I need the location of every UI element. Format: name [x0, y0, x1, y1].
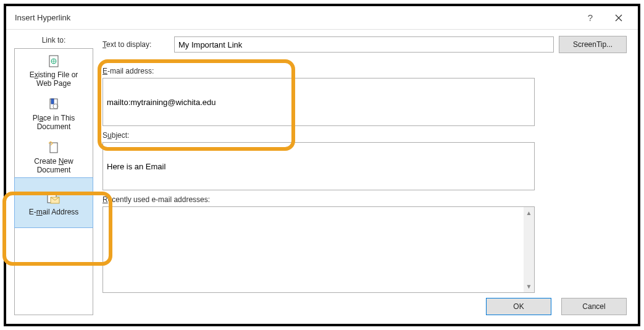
linkto-item-label: Existing File orWeb Page — [30, 70, 78, 88]
recent-label: Recently used e-mail addresses: — [102, 195, 627, 204]
linkto-email-address[interactable]: E-mail Address — [14, 177, 93, 228]
linkto-item-label: Create NewDocument — [34, 157, 73, 175]
globe-page-icon — [44, 54, 64, 69]
dialog-insert-hyperlink: Insert Hyperlink ? Link to: Existing Fil… — [4, 4, 640, 326]
dialog-footer: OK Cancel — [102, 293, 627, 315]
help-icon: ? — [588, 12, 593, 23]
linkto-item-label: Place in ThisDocument — [33, 114, 75, 132]
scroll-down-icon: ▼ — [526, 283, 532, 290]
linkto-place-in-doc[interactable]: Place in ThisDocument — [15, 92, 93, 135]
cancel-button[interactable]: Cancel — [561, 298, 627, 315]
scrollbar[interactable]: ▲ ▼ — [524, 207, 534, 292]
link-to-label: Link to: — [42, 36, 66, 44]
linkto-existing-file[interactable]: Existing File orWeb Page — [15, 49, 93, 92]
svg-rect-5 — [51, 99, 54, 104]
subject-label: Subject: — [102, 131, 627, 140]
email-icon — [44, 191, 64, 206]
titlebar: Insert Hyperlink ? — [6, 6, 638, 30]
linkto-item-label: E-mail Address — [29, 208, 79, 216]
text-to-display-input[interactable] — [174, 36, 554, 53]
text-to-display-label: Text to display: — [102, 40, 169, 49]
email-address-label: E-mail address: — [102, 67, 627, 75]
close-icon — [615, 14, 622, 22]
screentip-button[interactable]: ScreenTip... — [559, 36, 627, 53]
email-address-input[interactable] — [102, 78, 535, 126]
main-panel: Text to display: ScreenTip... E-mail add… — [102, 36, 627, 315]
dialog-title: Insert Hyperlink — [15, 13, 576, 22]
subject-input[interactable] — [102, 142, 535, 190]
scroll-up-icon: ▲ — [526, 209, 532, 216]
help-button[interactable]: ? — [576, 9, 604, 27]
new-doc-icon — [44, 140, 64, 155]
link-to-panel: Link to: Existing File orWeb Page Place … — [11, 36, 96, 315]
recent-addresses-list[interactable]: ▲ ▼ — [102, 206, 535, 293]
link-to-list: Existing File orWeb Page Place in ThisDo… — [14, 48, 93, 315]
ok-button[interactable]: OK — [486, 298, 551, 315]
bookmark-page-icon — [44, 97, 64, 112]
linkto-create-new[interactable]: Create NewDocument — [15, 135, 93, 179]
close-button[interactable] — [604, 9, 633, 27]
